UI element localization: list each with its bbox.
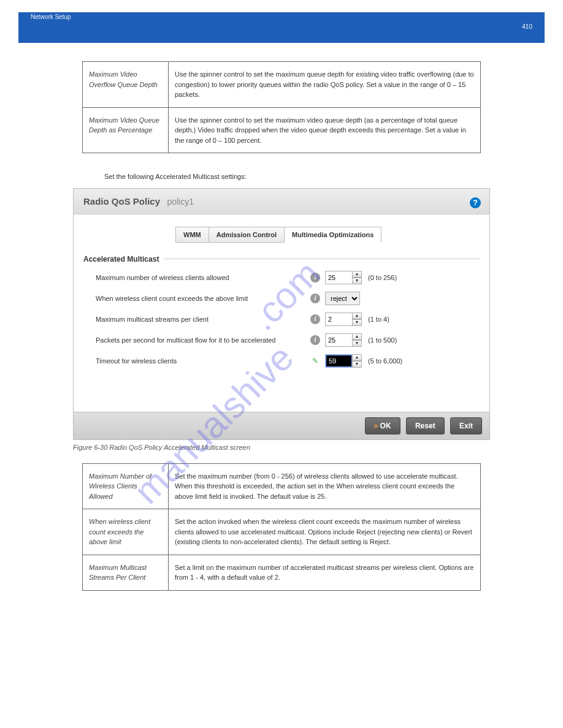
pps-input[interactable] <box>325 333 353 347</box>
param-desc: Set a limit on the maximum number of acc… <box>169 555 481 590</box>
table-row: When wireless client count exceeds the a… <box>83 509 481 555</box>
row-max-clients: Maximum number of wireless clients allow… <box>83 271 480 284</box>
timeout-input[interactable] <box>325 354 353 368</box>
params-table-2: Maximum Number of Wireless Clients Allow… <box>82 463 481 591</box>
form-label: When wireless client count exceeds the a… <box>96 295 310 302</box>
range-hint: (1 to 500) <box>368 336 397 344</box>
radio-qos-panel: .com manualshive Radio QoS Policy policy… <box>73 188 490 440</box>
param-desc: Set the action invoked when the wireless… <box>169 509 481 555</box>
tab-wmm[interactable]: WMM <box>175 227 209 243</box>
row-exceed-action: When wireless client count exceeds the a… <box>83 292 480 305</box>
spin-up-icon[interactable]: ▲ <box>352 354 362 361</box>
param-label: Maximum Video Overflow Queue Depth <box>83 62 169 108</box>
info-icon[interactable]: i <box>310 294 320 303</box>
spinner: ▲ ▼ <box>352 271 362 284</box>
param-label: Maximum Number of Wireless Clients Allow… <box>83 463 169 509</box>
reset-button[interactable]: Reset <box>406 417 445 434</box>
param-label: Maximum Video Queue Depth as Percentage <box>83 107 169 153</box>
panel-header: Radio QoS Policy policy1 ? <box>74 189 489 214</box>
tab-multimedia-opt[interactable]: Multimedia Optimizations <box>284 227 381 243</box>
form-label: Maximum number of wireless clients allow… <box>96 274 310 281</box>
banner-left: Network Setup <box>18 2 83 31</box>
table-row: Maximum Video Overflow Queue Depth Use t… <box>83 62 481 108</box>
spin-up-icon[interactable]: ▲ <box>352 271 362 278</box>
param-desc: Use the spinner control to set the maxim… <box>169 62 481 108</box>
range-hint: (5 to 6,000) <box>368 357 402 365</box>
section-label: Accelerated Multicast <box>83 255 159 264</box>
row-timeout: Timeout for wireless clients ✎ ▲ ▼ (5 to… <box>83 354 480 368</box>
exceed-action-select[interactable]: reject <box>325 292 360 305</box>
spinner: ▲ ▼ <box>352 313 362 326</box>
tab-admission-control[interactable]: Admission Control <box>209 227 285 243</box>
form-label: Timeout for wireless clients <box>96 357 310 365</box>
range-hint: (0 to 256) <box>368 274 397 281</box>
divider <box>164 259 480 259</box>
panel-body: WMM Admission Control Multimedia Optimiz… <box>74 214 489 412</box>
row-pps: Packets per second for multicast flow fo… <box>83 333 480 347</box>
table-row: Maximum Multicast Streams Per Client Set… <box>83 555 481 590</box>
spin-up-icon[interactable]: ▲ <box>352 333 362 340</box>
top-banner: Network Setup 410 <box>18 12 545 43</box>
step-text: Set the following Accelerated Multicast … <box>104 172 459 182</box>
info-icon[interactable]: i <box>310 273 320 282</box>
panel-footer: OK Reset Exit <box>74 412 489 439</box>
spinner: ▲ ▼ <box>352 354 362 368</box>
table-row: Maximum Number of Wireless Clients Allow… <box>83 463 481 509</box>
help-icon[interactable]: ? <box>470 197 481 208</box>
spin-down-icon[interactable]: ▼ <box>352 319 362 326</box>
info-icon[interactable]: i <box>310 335 320 345</box>
tab-row: WMM Admission Control Multimedia Optimiz… <box>175 227 480 243</box>
max-clients-input[interactable] <box>325 271 353 284</box>
param-desc: Use the spinner control to set the maxim… <box>169 107 481 153</box>
banner-page: 410 <box>522 23 532 30</box>
param-label: Maximum Multicast Streams Per Client <box>83 555 169 590</box>
spinner: ▲ ▼ <box>352 333 362 347</box>
ok-button[interactable]: OK <box>365 417 400 434</box>
form-label: Packets per second for multicast flow fo… <box>96 336 310 344</box>
info-icon[interactable]: i <box>310 314 320 324</box>
section-title: Accelerated Multicast <box>83 255 480 264</box>
range-hint: (1 to 4) <box>368 316 389 323</box>
figure-caption: Figure 6-30 Radio QoS Policy Accelerated… <box>73 444 490 451</box>
param-label: When wireless client count exceeds the a… <box>83 509 169 555</box>
spin-up-icon[interactable]: ▲ <box>352 313 362 319</box>
max-streams-input[interactable] <box>325 313 353 326</box>
table-row: Maximum Video Queue Depth as Percentage … <box>83 107 481 153</box>
spin-down-icon[interactable]: ▼ <box>352 361 362 368</box>
panel-title: Radio QoS Policy <box>83 196 160 207</box>
spin-down-icon[interactable]: ▼ <box>352 340 362 347</box>
panel-subtitle: policy1 <box>167 197 194 207</box>
form-label: Maximum multicast streams per client <box>96 316 310 323</box>
param-desc: Set the maximum number (from 0 - 256) of… <box>169 463 481 509</box>
params-table-1: Maximum Video Overflow Queue Depth Use t… <box>82 61 481 153</box>
exit-button[interactable]: Exit <box>450 417 482 434</box>
spin-down-icon[interactable]: ▼ <box>352 278 362 284</box>
pencil-icon[interactable]: ✎ <box>310 356 320 366</box>
row-max-streams: Maximum multicast streams per client i ▲… <box>83 313 480 326</box>
